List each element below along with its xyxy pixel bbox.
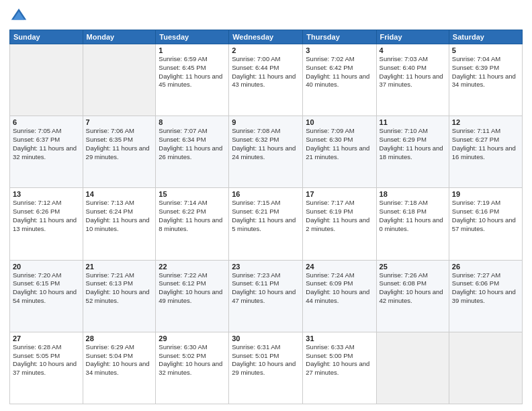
- calendar-table: SundayMondayTuesdayWednesdayThursdayFrid…: [9, 30, 523, 404]
- week-row-1: 1Sunrise: 6:59 AM Sunset: 6:45 PM Daylig…: [10, 44, 523, 116]
- day-number: 22: [159, 263, 226, 271]
- day-number: 28: [86, 334, 153, 342]
- day-info: Sunrise: 7:11 AM Sunset: 6:27 PM Dayligh…: [452, 127, 519, 161]
- day-number: 23: [232, 263, 300, 271]
- day-info: Sunrise: 6:30 AM Sunset: 5:02 PM Dayligh…: [159, 343, 226, 377]
- weekday-header-friday: Friday: [376, 30, 449, 44]
- day-cell: 25Sunrise: 7:26 AM Sunset: 6:08 PM Dayli…: [376, 260, 449, 332]
- day-number: 27: [13, 334, 80, 342]
- day-number: 25: [380, 263, 446, 271]
- header: [9, 7, 523, 26]
- day-info: Sunrise: 7:27 AM Sunset: 6:06 PM Dayligh…: [452, 271, 519, 306]
- day-info: Sunrise: 6:33 AM Sunset: 5:00 PM Dayligh…: [306, 343, 373, 377]
- week-row-4: 20Sunrise: 7:20 AM Sunset: 6:15 PM Dayli…: [10, 260, 523, 332]
- day-number: 31: [306, 334, 373, 342]
- day-number: 11: [380, 118, 446, 126]
- day-number: 29: [159, 334, 226, 342]
- day-cell: 14Sunrise: 7:13 AM Sunset: 6:24 PM Dayli…: [83, 188, 156, 260]
- day-cell: 16Sunrise: 7:15 AM Sunset: 6:21 PM Dayli…: [229, 188, 303, 260]
- day-cell: 29Sunrise: 6:30 AM Sunset: 5:02 PM Dayli…: [156, 332, 229, 404]
- day-number: 16: [232, 190, 300, 198]
- day-cell: 17Sunrise: 7:17 AM Sunset: 6:19 PM Dayli…: [303, 188, 376, 260]
- day-info: Sunrise: 7:03 AM Sunset: 6:40 PM Dayligh…: [380, 55, 446, 89]
- day-cell: 10Sunrise: 7:09 AM Sunset: 6:30 PM Dayli…: [303, 116, 376, 188]
- day-cell: 20Sunrise: 7:20 AM Sunset: 6:15 PM Dayli…: [10, 260, 83, 332]
- day-cell: 21Sunrise: 7:21 AM Sunset: 6:13 PM Dayli…: [83, 260, 156, 332]
- day-info: Sunrise: 7:02 AM Sunset: 6:42 PM Dayligh…: [306, 55, 373, 89]
- day-number: 2: [232, 46, 300, 54]
- day-info: Sunrise: 7:14 AM Sunset: 6:22 PM Dayligh…: [159, 199, 226, 233]
- day-number: 18: [380, 190, 446, 198]
- day-info: Sunrise: 7:20 AM Sunset: 6:15 PM Dayligh…: [13, 271, 80, 306]
- day-number: 13: [13, 190, 80, 198]
- day-number: 8: [159, 118, 226, 126]
- day-cell: 7Sunrise: 7:06 AM Sunset: 6:35 PM Daylig…: [83, 116, 156, 188]
- day-number: 5: [452, 46, 519, 54]
- day-info: Sunrise: 6:29 AM Sunset: 5:04 PM Dayligh…: [86, 343, 153, 377]
- day-cell: 1Sunrise: 6:59 AM Sunset: 6:45 PM Daylig…: [156, 44, 229, 116]
- day-number: 20: [13, 263, 80, 271]
- day-number: 6: [13, 118, 80, 126]
- week-row-2: 6Sunrise: 7:05 AM Sunset: 6:37 PM Daylig…: [10, 116, 523, 188]
- day-info: Sunrise: 7:17 AM Sunset: 6:19 PM Dayligh…: [306, 199, 373, 233]
- day-cell: 4Sunrise: 7:03 AM Sunset: 6:40 PM Daylig…: [376, 44, 449, 116]
- weekday-header-tuesday: Tuesday: [156, 30, 229, 44]
- logo-icon: [9, 7, 28, 26]
- day-cell: 2Sunrise: 7:00 AM Sunset: 6:44 PM Daylig…: [229, 44, 303, 116]
- day-cell: 9Sunrise: 7:08 AM Sunset: 6:32 PM Daylig…: [229, 116, 303, 188]
- day-cell: 13Sunrise: 7:12 AM Sunset: 6:26 PM Dayli…: [10, 188, 83, 260]
- day-cell: 31Sunrise: 6:33 AM Sunset: 5:00 PM Dayli…: [303, 332, 376, 404]
- weekday-header-sunday: Sunday: [10, 30, 83, 44]
- day-cell: 3Sunrise: 7:02 AM Sunset: 6:42 PM Daylig…: [303, 44, 376, 116]
- day-info: Sunrise: 7:00 AM Sunset: 6:44 PM Dayligh…: [232, 55, 300, 89]
- day-cell: 22Sunrise: 7:22 AM Sunset: 6:12 PM Dayli…: [156, 260, 229, 332]
- day-cell: 28Sunrise: 6:29 AM Sunset: 5:04 PM Dayli…: [83, 332, 156, 404]
- day-info: Sunrise: 6:59 AM Sunset: 6:45 PM Dayligh…: [159, 55, 226, 89]
- day-info: Sunrise: 7:21 AM Sunset: 6:13 PM Dayligh…: [86, 271, 153, 306]
- day-cell: 12Sunrise: 7:11 AM Sunset: 6:27 PM Dayli…: [449, 116, 522, 188]
- day-info: Sunrise: 7:19 AM Sunset: 6:16 PM Dayligh…: [452, 199, 519, 233]
- day-info: Sunrise: 7:12 AM Sunset: 6:26 PM Dayligh…: [13, 199, 80, 233]
- day-cell: 15Sunrise: 7:14 AM Sunset: 6:22 PM Dayli…: [156, 188, 229, 260]
- day-info: Sunrise: 7:26 AM Sunset: 6:08 PM Dayligh…: [380, 271, 446, 306]
- day-number: 17: [306, 190, 373, 198]
- day-info: Sunrise: 6:31 AM Sunset: 5:01 PM Dayligh…: [232, 343, 300, 377]
- day-number: 26: [452, 263, 519, 271]
- day-info: Sunrise: 7:22 AM Sunset: 6:12 PM Dayligh…: [159, 271, 226, 306]
- day-info: Sunrise: 7:13 AM Sunset: 6:24 PM Dayligh…: [86, 199, 153, 233]
- day-cell: 18Sunrise: 7:18 AM Sunset: 6:18 PM Dayli…: [376, 188, 449, 260]
- day-number: 10: [306, 118, 373, 126]
- day-number: 15: [159, 190, 226, 198]
- day-cell: 5Sunrise: 7:04 AM Sunset: 6:39 PM Daylig…: [449, 44, 522, 116]
- weekday-header-monday: Monday: [83, 30, 156, 44]
- day-cell: [449, 332, 522, 404]
- day-cell: 24Sunrise: 7:24 AM Sunset: 6:09 PM Dayli…: [303, 260, 376, 332]
- page: SundayMondayTuesdayWednesdayThursdayFrid…: [0, 0, 532, 411]
- day-number: 24: [306, 263, 373, 271]
- day-info: Sunrise: 7:06 AM Sunset: 6:35 PM Dayligh…: [86, 127, 153, 161]
- week-row-3: 13Sunrise: 7:12 AM Sunset: 6:26 PM Dayli…: [10, 188, 523, 260]
- day-number: 14: [86, 190, 153, 198]
- day-info: Sunrise: 7:24 AM Sunset: 6:09 PM Dayligh…: [306, 271, 373, 306]
- day-cell: 26Sunrise: 7:27 AM Sunset: 6:06 PM Dayli…: [449, 260, 522, 332]
- day-number: 9: [232, 118, 300, 126]
- day-number: 3: [306, 46, 373, 54]
- week-row-5: 27Sunrise: 6:28 AM Sunset: 5:05 PM Dayli…: [10, 332, 523, 404]
- day-info: Sunrise: 7:09 AM Sunset: 6:30 PM Dayligh…: [306, 127, 373, 161]
- day-cell: 23Sunrise: 7:23 AM Sunset: 6:11 PM Dayli…: [229, 260, 303, 332]
- day-number: 4: [380, 46, 446, 54]
- day-cell: 30Sunrise: 6:31 AM Sunset: 5:01 PM Dayli…: [229, 332, 303, 404]
- day-info: Sunrise: 7:07 AM Sunset: 6:34 PM Dayligh…: [159, 127, 226, 161]
- day-info: Sunrise: 7:23 AM Sunset: 6:11 PM Dayligh…: [232, 271, 300, 306]
- weekday-header-thursday: Thursday: [303, 30, 376, 44]
- weekday-header-saturday: Saturday: [449, 30, 522, 44]
- day-info: Sunrise: 7:15 AM Sunset: 6:21 PM Dayligh…: [232, 199, 300, 233]
- day-info: Sunrise: 7:18 AM Sunset: 6:18 PM Dayligh…: [380, 199, 446, 233]
- day-cell: 27Sunrise: 6:28 AM Sunset: 5:05 PM Dayli…: [10, 332, 83, 404]
- day-cell: [83, 44, 156, 116]
- day-info: Sunrise: 6:28 AM Sunset: 5:05 PM Dayligh…: [13, 343, 80, 377]
- day-info: Sunrise: 7:08 AM Sunset: 6:32 PM Dayligh…: [232, 127, 300, 161]
- day-cell: 11Sunrise: 7:10 AM Sunset: 6:29 PM Dayli…: [376, 116, 449, 188]
- logo: [9, 7, 32, 26]
- day-cell: 19Sunrise: 7:19 AM Sunset: 6:16 PM Dayli…: [449, 188, 522, 260]
